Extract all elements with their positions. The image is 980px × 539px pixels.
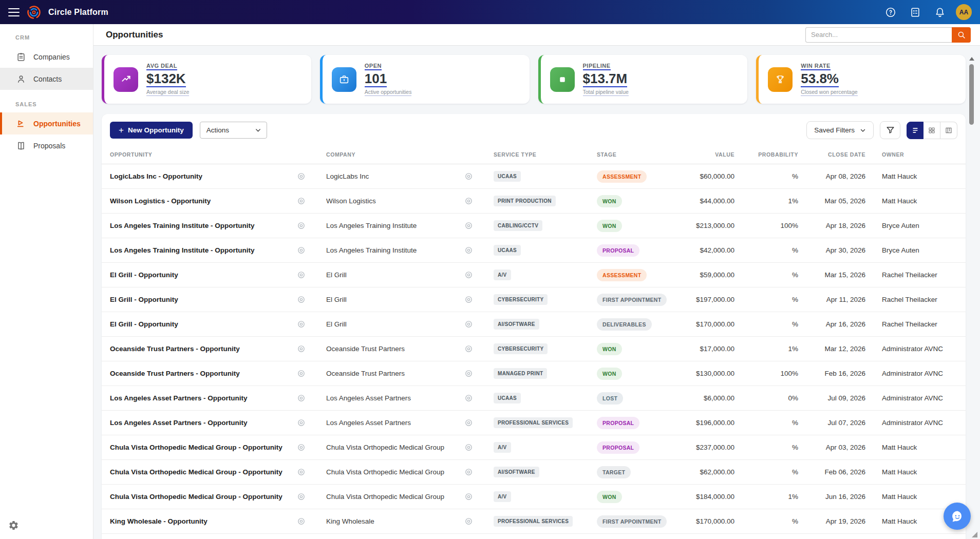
sidebar-item-label: Contacts xyxy=(33,75,62,83)
preview-eye-icon[interactable] xyxy=(464,517,473,526)
table-row[interactable]: King Wholesale - OpportunityKing Wholesa… xyxy=(102,509,966,534)
preview-eye-icon[interactable] xyxy=(297,271,306,279)
stat-label-link[interactable]: AVG DEAL xyxy=(146,63,177,70)
table-row[interactable]: El Grill - OpportunityEl GrillA/VASSESSM… xyxy=(102,263,966,287)
sidebar-item-proposals[interactable]: Proposals xyxy=(0,134,93,157)
column-header[interactable]: OPPORTUNITY xyxy=(102,151,326,158)
sidebar-item-contacts[interactable]: Contacts xyxy=(0,68,93,90)
preview-eye-icon[interactable] xyxy=(464,172,473,181)
actions-select[interactable]: Actions xyxy=(200,122,267,139)
company-name: Chula Vista Orthopedic Medical Group xyxy=(326,468,444,476)
stat-sublabel-link[interactable]: Active opportunities xyxy=(365,89,412,96)
column-header[interactable]: VALUE xyxy=(683,151,741,158)
search-input[interactable] xyxy=(805,27,952,43)
opportunity-name: Oceanside Trust Partners - Opportunity xyxy=(110,370,240,377)
table-row[interactable]: Los Angeles Asset Partners - Opportunity… xyxy=(102,411,966,435)
preview-eye-icon[interactable] xyxy=(464,344,473,353)
stage-badge: DELIVERABLES xyxy=(597,318,652,331)
notifications-bell-icon[interactable] xyxy=(931,4,949,21)
menu-icon[interactable] xyxy=(8,8,20,16)
value-cell: $60,000.00 xyxy=(683,172,741,180)
table-row[interactable]: LogicLabs Inc - OpportunityLogicLabs Inc… xyxy=(102,164,966,189)
scrollbar-up-arrow[interactable] xyxy=(969,57,974,61)
preview-eye-icon[interactable] xyxy=(297,172,306,181)
preview-eye-icon[interactable] xyxy=(464,468,473,476)
table-row[interactable]: Wilson Logistics - OpportunityWilson Log… xyxy=(102,189,966,214)
column-header[interactable]: SERVICE TYPE xyxy=(494,151,597,158)
preview-eye-icon[interactable] xyxy=(297,517,306,526)
preview-eye-icon[interactable] xyxy=(464,443,473,452)
view-toggle-group xyxy=(907,122,957,139)
saved-filters-dropdown[interactable]: Saved Filters xyxy=(806,121,874,139)
stat-value-link[interactable]: $132K xyxy=(146,72,186,87)
table-row[interactable]: Los Angeles Training Institute - Opportu… xyxy=(102,214,966,238)
preview-eye-icon[interactable] xyxy=(464,246,473,255)
table-row[interactable]: Oceanside Trust Partners - OpportunityOc… xyxy=(102,361,966,386)
preview-eye-icon[interactable] xyxy=(464,271,473,279)
search-button[interactable] xyxy=(952,27,971,43)
preview-eye-icon[interactable] xyxy=(297,344,306,353)
preview-eye-icon[interactable] xyxy=(297,394,306,402)
scrollbar-thumb[interactable] xyxy=(969,64,974,125)
preview-eye-icon[interactable] xyxy=(297,369,306,378)
table-row[interactable]: Chula Vista Orthopedic Medical Group - O… xyxy=(102,435,966,460)
grid-view-button[interactable] xyxy=(924,122,940,139)
vertical-scrollbar[interactable] xyxy=(968,55,975,539)
user-avatar[interactable]: AA xyxy=(956,4,972,20)
preview-eye-icon[interactable] xyxy=(464,221,473,230)
stat-value-link[interactable]: 53.8% xyxy=(801,72,839,87)
preview-eye-icon[interactable] xyxy=(297,418,306,427)
preview-eye-icon[interactable] xyxy=(297,246,306,255)
list-view-button[interactable] xyxy=(907,122,924,139)
stat-value-link[interactable]: $13.7M xyxy=(583,72,628,87)
stat-value-link[interactable]: 101 xyxy=(365,72,387,87)
preview-eye-icon[interactable] xyxy=(464,197,473,205)
column-header[interactable]: CLOSE DATE xyxy=(805,151,872,158)
preview-eye-icon[interactable] xyxy=(297,221,306,230)
table-row[interactable]: Los Angeles Asset Partners - Opportunity… xyxy=(102,386,966,411)
kanban-view-button[interactable] xyxy=(940,122,957,139)
chat-fab-button[interactable] xyxy=(944,503,971,530)
stat-label-link[interactable]: WIN RATE xyxy=(801,63,831,70)
preview-eye-icon[interactable] xyxy=(297,295,306,304)
filter-button[interactable] xyxy=(880,121,900,139)
table-row[interactable]: Chula Vista Orthopedic Medical Group - O… xyxy=(102,460,966,485)
column-header[interactable]: PROBABILITY xyxy=(741,151,805,158)
kanban-view-icon xyxy=(945,126,953,134)
probability-cell: % xyxy=(741,444,805,451)
preview-eye-icon[interactable] xyxy=(464,418,473,427)
stat-label-link[interactable]: PIPELINE xyxy=(583,63,611,70)
preview-eye-icon[interactable] xyxy=(297,320,306,329)
close-date-cell: Apr 16, 2026 xyxy=(805,320,872,328)
preview-eye-icon[interactable] xyxy=(297,492,306,501)
resize-grip[interactable] xyxy=(972,532,977,537)
close-date-cell: Feb 16, 2026 xyxy=(805,370,872,377)
preview-eye-icon[interactable] xyxy=(464,369,473,378)
column-header[interactable]: STAGE xyxy=(597,151,683,158)
table-row[interactable]: Los Angeles Training Institute - Opportu… xyxy=(102,238,966,263)
preview-eye-icon[interactable] xyxy=(464,295,473,304)
sidebar-item-label: Proposals xyxy=(33,142,65,150)
preview-eye-icon[interactable] xyxy=(297,197,306,205)
stat-label-link[interactable]: OPEN xyxy=(365,63,382,70)
help-icon[interactable] xyxy=(882,4,899,21)
preview-eye-icon[interactable] xyxy=(464,320,473,329)
preview-eye-icon[interactable] xyxy=(297,443,306,452)
new-opportunity-button[interactable]: + New Opportunity xyxy=(110,122,193,139)
column-header[interactable]: OWNER xyxy=(872,151,966,158)
sidebar-item-companies[interactable]: Companies xyxy=(0,46,93,68)
table-row[interactable]: El Grill - OpportunityEl GrillCYBERSECUR… xyxy=(102,287,966,312)
sidebar-item-opportunities[interactable]: Opportunities xyxy=(0,112,93,134)
stat-sublabel-link[interactable]: Closed won percentage xyxy=(801,89,857,96)
table-row[interactable]: Oceanside Trust Partners - OpportunityOc… xyxy=(102,337,966,361)
column-header[interactable]: COMPANY xyxy=(326,151,494,158)
table-row[interactable]: El Grill - OpportunityEl GrillAI/SOFTWAR… xyxy=(102,312,966,337)
preview-eye-icon[interactable] xyxy=(464,394,473,402)
preview-eye-icon[interactable] xyxy=(464,492,473,501)
stat-sublabel-link[interactable]: Average deal size xyxy=(146,89,189,96)
settings-gear-icon[interactable] xyxy=(8,520,19,533)
stat-sublabel-link[interactable]: Total pipeline value xyxy=(583,89,629,96)
preview-eye-icon[interactable] xyxy=(297,468,306,476)
modules-icon[interactable] xyxy=(907,4,924,21)
table-row[interactable]: Chula Vista Orthopedic Medical Group - O… xyxy=(102,485,966,509)
